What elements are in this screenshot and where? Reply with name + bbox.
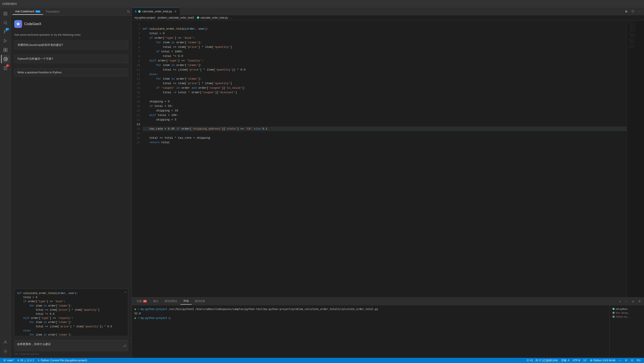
minimap-content: def calculate_order total = 0 if order['… bbox=[627, 20, 644, 49]
code-preview: ✕ def calculate_order_total(order, user)… bbox=[14, 289, 128, 336]
status-encoding[interactable]: UTF-8 bbox=[571, 359, 582, 362]
sidebar-item-account[interactable] bbox=[1, 338, 10, 346]
svg-point-26 bbox=[626, 361, 626, 361]
terminal-instance-2[interactable]: Run: Binary... bbox=[611, 311, 642, 315]
sidebar-item-test[interactable]: 1 bbox=[1, 64, 10, 73]
editor-area: calculate_order_total.py ✕ ▶ ⊡ ⋯ my-pyth… bbox=[132, 8, 644, 358]
terminal-more-button[interactable]: ⋯ bbox=[624, 298, 629, 304]
terminal-add-button[interactable]: + bbox=[618, 298, 622, 304]
breadcrumb-sep-2: › bbox=[195, 16, 196, 19]
terminal-close-button[interactable]: ✕ bbox=[637, 298, 642, 304]
language-text: Python bbox=[594, 359, 602, 362]
warning-count: 11 bbox=[27, 359, 30, 362]
sidebar-item-explorer[interactable] bbox=[1, 9, 10, 18]
terminal-instance-1[interactable]: zsh python... bbox=[611, 307, 642, 311]
status-eol[interactable]: LF bbox=[582, 359, 588, 362]
svg-point-16 bbox=[138, 10, 141, 13]
tab-ask-codegeeX[interactable]: Ask CodeGeeX beta bbox=[12, 9, 43, 15]
split-button[interactable]: ⊡ bbox=[630, 9, 636, 14]
minimap: def calculate_order total = 0 if order['… bbox=[627, 20, 644, 297]
status-errors[interactable]: ✕ 33 △ 11 ℹ 2 bbox=[16, 358, 36, 363]
svg-rect-2 bbox=[4, 14, 5, 15]
terminal-main[interactable]: ● ➜ my-python-project /usr/bin/python3 /… bbox=[132, 305, 610, 358]
tab-translation[interactable]: Translation bbox=[43, 9, 62, 15]
bottom-panel: 问题 46 输出 调试控制台 终端 测试结果 bbox=[132, 297, 644, 358]
encoding-text: UTF-8 bbox=[573, 359, 580, 362]
sidebar-item-settings[interactable] bbox=[1, 347, 10, 356]
tab-debug-label: 调试控制台 bbox=[164, 299, 178, 303]
send-button[interactable]: ⏎ bbox=[123, 344, 126, 348]
editor-tab-filename: calculate_order_total.py bbox=[142, 10, 172, 13]
python-file-label: Python: Current File (my-python-project) bbox=[41, 359, 87, 362]
titlebar: CODEGEEX bbox=[0, 0, 644, 8]
suggestion-btn-1[interactable]: 有哪些给JavaScript的初学者的建议? bbox=[14, 41, 128, 49]
breadcrumb-folder[interactable]: problem_calculate_order_total2 bbox=[158, 16, 194, 19]
bottom-tab-test[interactable]: 测试结果 bbox=[192, 298, 208, 304]
status-pu[interactable]: PU bbox=[635, 359, 642, 362]
tab-terminal-label: 终端 bbox=[184, 299, 189, 303]
line-numbers: 12345 678910 1112131415 1617181920 21222… bbox=[132, 20, 143, 297]
title-text: CODEGEEX bbox=[2, 3, 17, 6]
svg-point-20 bbox=[612, 316, 614, 318]
sidebar-item-search[interactable] bbox=[1, 19, 10, 27]
chat-area: CodeGeeX Ask some technical question or … bbox=[11, 16, 132, 287]
terminal-cmd-1: /usr/bin/python3 /Users/admin/Codespaces… bbox=[169, 308, 378, 311]
terminal-cursor: □ bbox=[169, 316, 170, 319]
breadcrumb-file[interactable]: calculate_order_total.py bbox=[200, 16, 228, 19]
terminal-maximize-button[interactable]: ∧ bbox=[630, 298, 636, 304]
editor-tab-main[interactable]: calculate_order_total.py ✕ bbox=[132, 8, 180, 15]
svg-rect-3 bbox=[6, 14, 7, 15]
bottom-tab-problems[interactable]: 问题 46 bbox=[134, 298, 150, 304]
terminal-sidebar: zsh python... Run: Binary... Python my-.… bbox=[610, 305, 644, 358]
svg-rect-13 bbox=[6, 50, 7, 52]
code-preview-close[interactable]: ✕ bbox=[125, 290, 126, 294]
code-content[interactable]: def calculate_order_total(order, user): … bbox=[143, 20, 627, 297]
run-button[interactable]: ▶ bbox=[624, 9, 629, 14]
sidebar-item-run[interactable] bbox=[1, 37, 10, 45]
svg-rect-12 bbox=[4, 50, 5, 52]
input-wrapper: 如果要重构，你有什么建议 ⏎ bbox=[14, 340, 128, 352]
test-badge: 1 bbox=[6, 64, 9, 67]
activity-bottom bbox=[1, 338, 10, 358]
tab-problems-label: 问题 bbox=[136, 299, 142, 303]
svg-point-21 bbox=[4, 361, 4, 361]
status-broadcast[interactable] bbox=[623, 359, 629, 362]
status-notification[interactable] bbox=[629, 359, 635, 362]
svg-rect-11 bbox=[6, 48, 7, 50]
sidebar-item-extensions[interactable] bbox=[1, 46, 10, 54]
status-remote[interactable] bbox=[617, 359, 623, 362]
status-line-col[interactable]: 行 41，列 17 (已选择1144) bbox=[525, 359, 559, 362]
refresh-button[interactable]: ↻ bbox=[127, 10, 130, 14]
sidebar-item-source-control[interactable]: 97 bbox=[1, 28, 10, 36]
main-layout: 97 1 Ask CodeGeeX beta bbox=[0, 8, 644, 358]
terminal-project-1: my-python-project bbox=[141, 308, 167, 311]
suggestion-btn-2[interactable]: Python中怎样遍历一个字典? bbox=[14, 55, 128, 63]
tab-modified-dot bbox=[135, 11, 136, 12]
svg-point-19 bbox=[612, 312, 614, 314]
terminal-dot-3: ● bbox=[134, 316, 136, 319]
svg-marker-9 bbox=[4, 39, 7, 43]
bottom-tab-debug[interactable]: 调试控制台 bbox=[162, 298, 180, 304]
more-actions-button[interactable]: ⋯ bbox=[636, 9, 642, 14]
terminal-arrow-3: ➜ bbox=[138, 316, 140, 319]
tab-output-label: 输出 bbox=[153, 299, 158, 303]
terminal-instance-3[interactable]: Python my-... bbox=[611, 315, 642, 319]
breadcrumb: my-python-project › problem_calculate_or… bbox=[132, 15, 644, 20]
logo-text: CodeGeeX bbox=[24, 22, 41, 26]
svg-point-25 bbox=[590, 359, 592, 361]
breadcrumb-ellipsis[interactable]: ... bbox=[230, 16, 233, 19]
bottom-tab-terminal[interactable]: 终端 bbox=[180, 298, 192, 305]
chat-input[interactable]: 如果要重构，你有什么建议 bbox=[14, 340, 128, 351]
suggestion-btn-3[interactable]: Write a quicksort function in Python. bbox=[14, 68, 128, 76]
bottom-tab-output[interactable]: 输出 bbox=[150, 298, 162, 304]
tab-translation-label: Translation bbox=[46, 10, 60, 13]
status-language[interactable]: Python 3.9.6 64-bit bbox=[588, 359, 617, 362]
version-text: 3.9.6 64-bit bbox=[602, 359, 615, 362]
status-python-file[interactable]: Python: Current File (my-python-project) bbox=[36, 358, 89, 363]
status-branch[interactable]: main* bbox=[2, 358, 16, 363]
svg-point-23 bbox=[6, 359, 6, 360]
status-spaces[interactable]: 空格: 4 bbox=[560, 359, 571, 362]
tab-close-button[interactable]: ✕ bbox=[174, 10, 177, 13]
breadcrumb-project[interactable]: my-python-project bbox=[134, 16, 155, 19]
sidebar-item-codegeeX[interactable] bbox=[1, 55, 10, 63]
